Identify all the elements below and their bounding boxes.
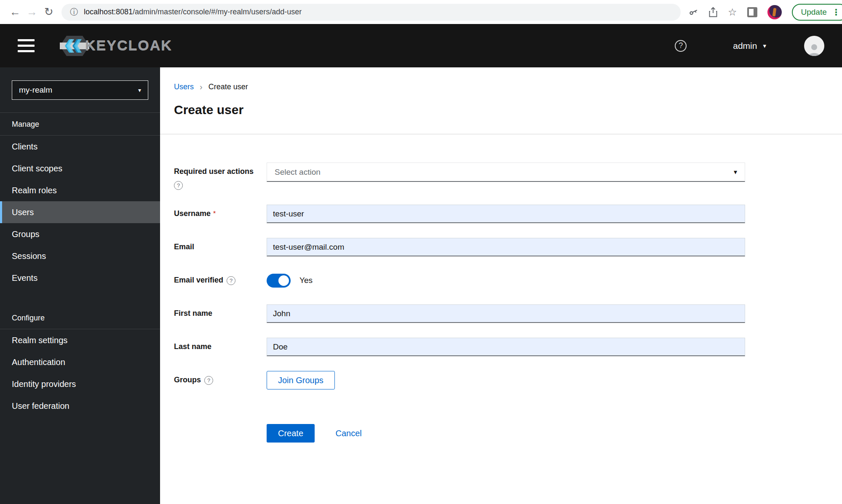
- browser-toolbar: ← → ↻ ⓘ localhost:8081/admin/master/cons…: [0, 0, 842, 24]
- toggle-knob: [278, 275, 289, 286]
- last-name-field[interactable]: [267, 338, 745, 356]
- sidebar-item-identity-providers[interactable]: Identity providers: [0, 373, 160, 395]
- breadcrumb-separator-icon: ›: [200, 82, 203, 92]
- url-path: /admin/master/console/#/my-realm/users/a…: [133, 8, 302, 16]
- required-asterisk: *: [213, 210, 216, 217]
- required-actions-select-placeholder: Select action: [275, 168, 321, 177]
- sidebar-item-realm-settings[interactable]: Realm settings: [0, 329, 160, 351]
- sidebar: my-realm ▾ Manage Clients Client scopes …: [0, 67, 160, 504]
- forward-icon[interactable]: →: [24, 5, 40, 19]
- page-title: Create user: [174, 103, 842, 117]
- help-icon[interactable]: ?: [675, 40, 687, 52]
- sidebar-section-configure: Configure: [0, 307, 160, 329]
- required-user-actions-label: Required user actions: [174, 167, 254, 176]
- reload-icon[interactable]: ↻: [40, 5, 57, 19]
- required-user-actions-help-icon[interactable]: ?: [174, 181, 183, 190]
- chevron-down-icon: ▾: [138, 87, 141, 93]
- chevron-down-icon: ▾: [734, 168, 737, 176]
- email-verified-label: Email verified: [174, 276, 223, 284]
- first-name-label: First name: [174, 309, 212, 317]
- email-row: Email: [174, 238, 842, 256]
- back-icon[interactable]: ←: [7, 5, 24, 19]
- avatar[interactable]: [804, 36, 824, 56]
- groups-row: Groups? Join Groups: [174, 371, 842, 389]
- sidebar-section-manage: Manage: [0, 113, 160, 135]
- chevron-down-icon: ▾: [763, 42, 766, 50]
- main-content: Users › Create user Create user Required…: [160, 67, 842, 504]
- divider: [160, 134, 842, 134]
- required-user-actions-row: Required user actions ? Select action ▾: [174, 163, 842, 190]
- email-field[interactable]: [267, 238, 745, 256]
- groups-label: Groups: [174, 376, 201, 384]
- email-verified-toggle[interactable]: [267, 274, 291, 288]
- sidebar-item-users[interactable]: Users: [0, 201, 160, 223]
- realm-selector[interactable]: my-realm ▾: [12, 80, 148, 100]
- page-body: my-realm ▾ Manage Clients Client scopes …: [0, 67, 842, 504]
- browser-update-button[interactable]: Update ⋮: [792, 4, 842, 21]
- breadcrumb: Users › Create user: [174, 82, 842, 92]
- username-label: Username: [174, 209, 211, 218]
- form-actions: Create Cancel: [174, 424, 842, 443]
- sidebar-item-events[interactable]: Events: [0, 267, 160, 289]
- bookmark-star-icon[interactable]: ☆: [728, 6, 737, 18]
- sidebar-item-user-federation[interactable]: User federation: [0, 395, 160, 417]
- update-label: Update: [801, 8, 827, 17]
- email-label: Email: [174, 243, 194, 251]
- user-menu[interactable]: admin ▾: [733, 41, 766, 51]
- join-groups-button[interactable]: Join Groups: [267, 371, 335, 389]
- address-bar[interactable]: ⓘ localhost:8081/admin/master/console/#/…: [61, 4, 681, 21]
- header-right: ? admin ▾: [675, 36, 824, 56]
- sidebar-item-authentication[interactable]: Authentication: [0, 351, 160, 373]
- browser-profile-avatar[interactable]: [767, 5, 782, 19]
- username-field[interactable]: [267, 205, 745, 223]
- last-name-row: Last name: [174, 338, 842, 356]
- required-actions-select[interactable]: Select action ▾: [267, 163, 745, 182]
- password-key-icon[interactable]: [688, 7, 698, 17]
- required-user-actions-label-col: Required user actions ?: [174, 163, 267, 190]
- share-icon[interactable]: [708, 7, 718, 18]
- last-name-label: Last name: [174, 342, 211, 351]
- create-user-form: Required user actions ? Select action ▾ …: [174, 163, 842, 443]
- sidebar-item-client-scopes[interactable]: Client scopes: [0, 157, 160, 179]
- cancel-button[interactable]: Cancel: [335, 429, 361, 438]
- email-verified-help-icon[interactable]: ?: [227, 276, 235, 285]
- sidebar-item-sessions[interactable]: Sessions: [0, 245, 160, 267]
- create-button[interactable]: Create: [267, 424, 315, 443]
- first-name-field[interactable]: [267, 304, 745, 323]
- realm-selector-value: my-realm: [19, 85, 52, 95]
- breadcrumb-users-link[interactable]: Users: [174, 83, 194, 91]
- url-host: localhost:8081: [84, 8, 133, 16]
- keycloak-logo: KEYCLOAK: [58, 34, 172, 58]
- email-verified-row: Email verified? Yes: [174, 271, 842, 290]
- side-panel-icon[interactable]: [747, 7, 757, 17]
- sidebar-item-groups[interactable]: Groups: [0, 223, 160, 245]
- screen: ← → ↻ ⓘ localhost:8081/admin/master/cons…: [0, 0, 842, 504]
- username-row: Username*: [174, 205, 842, 223]
- sidebar-item-realm-roles[interactable]: Realm roles: [0, 179, 160, 201]
- groups-help-icon[interactable]: ?: [204, 376, 213, 385]
- sidebar-item-clients[interactable]: Clients: [0, 136, 160, 157]
- email-verified-state: Yes: [299, 276, 313, 285]
- user-menu-label: admin: [733, 41, 757, 51]
- hamburger-menu-icon[interactable]: [18, 39, 35, 52]
- browser-actions: ☆ Update ⋮: [688, 4, 842, 21]
- app-header: KEYCLOAK ? admin ▾: [0, 24, 842, 67]
- url-text[interactable]: localhost:8081/admin/master/console/#/my…: [84, 8, 302, 16]
- first-name-row: First name: [174, 304, 842, 323]
- site-info-icon[interactable]: ⓘ: [70, 7, 78, 18]
- breadcrumb-current: Create user: [208, 83, 248, 91]
- keycloak-logo-text: KEYCLOAK: [85, 37, 172, 54]
- browser-menu-kebab-icon[interactable]: ⋮: [832, 7, 840, 17]
